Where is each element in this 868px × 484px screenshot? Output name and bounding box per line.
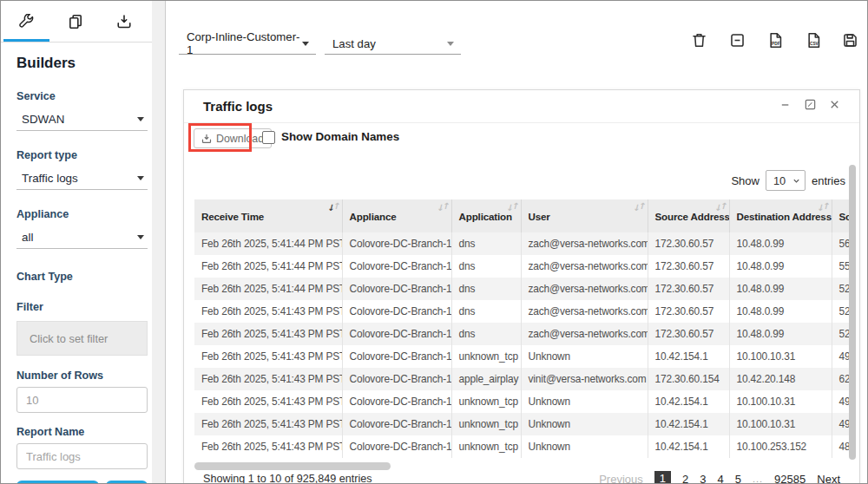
add-preview-button[interactable]: Add & Preview xyxy=(16,481,99,484)
table-row[interactable]: Feb 26th 2025, 5:41:43 PM PST Colovore-D… xyxy=(194,390,852,413)
sidebar: Builders Service SDWAN Report type Traff… xyxy=(1,1,166,483)
tab-builders[interactable] xyxy=(18,14,36,31)
sidebar-title: Builders xyxy=(16,55,148,72)
caret-down-icon xyxy=(137,176,144,180)
cell-application: unknown_tcp xyxy=(451,345,521,368)
appliance-select[interactable]: all xyxy=(16,226,148,249)
tab-import[interactable] xyxy=(116,14,134,31)
caret-down-icon xyxy=(137,235,144,239)
cell-appliance: Colovore-DC-Branch-1 xyxy=(342,368,451,390)
pagination-item[interactable]: 2 xyxy=(682,473,688,484)
cell-application: unknown_tcp xyxy=(451,435,521,458)
cell-appliance: Colovore-DC-Branch-1 xyxy=(342,413,451,435)
edit-icon[interactable] xyxy=(804,98,818,112)
table-row[interactable]: Feb 26th 2025, 5:41:44 PM PST Colovore-D… xyxy=(194,232,852,255)
download-tray-icon xyxy=(116,17,132,32)
cell-source-address: 10.42.154.1 xyxy=(648,345,729,368)
pagination: Previous12345...92585Next xyxy=(599,471,840,484)
download-icon xyxy=(201,134,212,144)
sort-icon: ↓↑ xyxy=(714,203,726,213)
add-button[interactable]: Add xyxy=(106,481,148,484)
pagination-item[interactable]: 4 xyxy=(717,473,723,484)
download-button[interactable]: Download xyxy=(194,128,272,148)
sort-icon: ↓↑ xyxy=(633,203,644,213)
minimize-icon[interactable] xyxy=(779,98,793,112)
num-rows-input[interactable] xyxy=(16,387,148,413)
table-row[interactable]: Feb 26th 2025, 5:41:43 PM PST Colovore-D… xyxy=(194,413,852,435)
svg-text:PDF: PDF xyxy=(772,42,780,46)
sort-icon: ↓↑ xyxy=(437,203,448,213)
cell-application: dns xyxy=(451,300,521,323)
panel-footer: Showing 1 to 10 of 925,849 entries Previ… xyxy=(203,471,840,484)
cell-appliance: Colovore-DC-Branch-1 xyxy=(342,278,451,300)
cell-appliance: Colovore-DC-Branch-1 xyxy=(342,232,451,255)
tenant-select[interactable]: Corp-Inline-Customer-1 xyxy=(179,33,316,55)
report-type-field: Report type Traffic logs xyxy=(16,149,148,190)
table-row[interactable]: Feb 26th 2025, 5:41:44 PM PST Colovore-D… xyxy=(194,278,852,300)
showing-entries-text: Showing 1 to 10 of 925,849 entries xyxy=(203,473,372,484)
page-size-select[interactable]: 10 xyxy=(766,170,806,191)
sidebar-scrollbar[interactable] xyxy=(152,1,165,483)
report-name-field: Report Name xyxy=(16,426,148,469)
cell-destination-address: 10.48.0.99 xyxy=(729,255,832,278)
column-header[interactable]: Receive Time ↓↑ xyxy=(194,199,342,232)
pagination-item[interactable]: 1 xyxy=(654,471,671,484)
column-header[interactable]: Destination Address ↓↑ xyxy=(729,199,832,232)
save-icon[interactable] xyxy=(842,32,859,49)
pagination-item[interactable]: Previous xyxy=(599,473,643,484)
horizontal-scrollbar[interactable] xyxy=(194,462,391,470)
column-header[interactable]: Appliance ↓↑ xyxy=(342,199,451,232)
pagination-item[interactable]: 5 xyxy=(735,473,741,484)
trash-icon[interactable] xyxy=(691,32,708,49)
show-domain-names-checkbox[interactable] xyxy=(262,131,275,144)
cell-user: zach@versa-networks.com xyxy=(521,255,648,278)
cell-source-address: 10.42.154.1 xyxy=(648,413,729,435)
collapse-icon[interactable] xyxy=(729,32,746,49)
cell-appliance: Colovore-DC-Branch-1 xyxy=(342,345,451,368)
app-window: Builders Service SDWAN Report type Traff… xyxy=(0,0,868,484)
cell-receive-time: Feb 26th 2025, 5:41:43 PM PST xyxy=(194,368,342,390)
table-row[interactable]: Feb 26th 2025, 5:41:43 PM PST Colovore-D… xyxy=(194,300,852,323)
cell-user: Unknown xyxy=(521,390,648,413)
report-type-label: Report type xyxy=(16,149,148,161)
pagination-item[interactable]: ... xyxy=(753,474,763,484)
column-header[interactable]: Application ↓↑ xyxy=(451,199,521,232)
svg-text:CSV: CSV xyxy=(810,42,819,46)
table-row[interactable]: Feb 26th 2025, 5:41:43 PM PST Colovore-D… xyxy=(194,435,852,458)
filter-box[interactable]: Click to set filter xyxy=(16,321,148,356)
cell-user: vinit@versa-networks.com xyxy=(521,368,648,390)
report-name-input[interactable] xyxy=(16,443,148,469)
csv-export-icon[interactable]: CSV xyxy=(806,32,823,49)
close-icon[interactable] xyxy=(828,98,842,112)
cell-appliance: Colovore-DC-Branch-1 xyxy=(342,323,451,345)
column-header[interactable]: User ↓↑ xyxy=(521,199,648,232)
cell-source-address: 172.30.60.57 xyxy=(648,255,729,278)
cell-receive-time: Feb 26th 2025, 5:41:44 PM PST xyxy=(194,278,342,300)
cell-user: Unknown xyxy=(521,435,648,458)
time-range-select[interactable]: Last day xyxy=(325,33,461,55)
num-rows-label: Number of Rows xyxy=(16,370,148,382)
table-row[interactable]: Feb 26th 2025, 5:41:43 PM PST Colovore-D… xyxy=(194,323,852,345)
column-header[interactable]: Source Address ↓↑ xyxy=(648,199,729,232)
table-row[interactable]: Feb 26th 2025, 5:41:44 PM PST Colovore-D… xyxy=(194,255,852,278)
panel-header: Traffic logs xyxy=(184,90,859,123)
cell-destination-address: 10.100.10.31 xyxy=(729,390,832,413)
cell-receive-time: Feb 26th 2025, 5:41:44 PM PST xyxy=(194,255,342,278)
pagination-item[interactable]: Next xyxy=(817,473,840,484)
report-type-select[interactable]: Traffic logs xyxy=(16,167,148,190)
service-select[interactable]: SDWAN xyxy=(16,108,148,131)
table-row[interactable]: Feb 26th 2025, 5:41:43 PM PST Colovore-D… xyxy=(194,368,852,390)
report-name-label: Report Name xyxy=(16,426,148,438)
num-rows-field: Number of Rows xyxy=(16,370,148,413)
pagination-item[interactable]: 92585 xyxy=(774,473,806,484)
sidebar-tabbar xyxy=(1,1,165,43)
vertical-scrollbar[interactable] xyxy=(849,165,856,460)
pdf-export-icon[interactable]: PDF xyxy=(767,32,785,49)
table-row[interactable]: Feb 26th 2025, 5:41:43 PM PST Colovore-D… xyxy=(194,345,852,368)
cell-source-address: 10.42.154.1 xyxy=(648,435,729,458)
tab-reports[interactable] xyxy=(68,14,85,31)
cell-receive-time: Feb 26th 2025, 5:41:43 PM PST xyxy=(194,323,342,345)
cell-receive-time: Feb 26th 2025, 5:41:43 PM PST xyxy=(194,390,342,413)
caret-down-icon xyxy=(447,42,454,46)
pagination-item[interactable]: 3 xyxy=(700,473,706,484)
